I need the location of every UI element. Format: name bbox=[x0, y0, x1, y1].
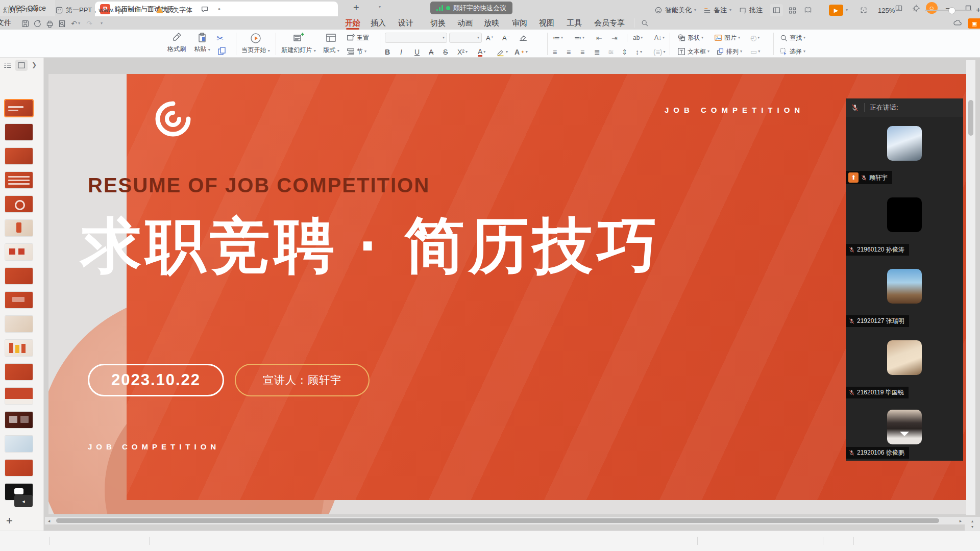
outline-view-icon[interactable] bbox=[3, 61, 12, 69]
scroll-corner[interactable]: ▴▾ bbox=[965, 517, 980, 531]
tab-transition[interactable]: 切换 bbox=[428, 17, 448, 29]
find-button[interactable]: 查找▾ bbox=[779, 33, 805, 43]
text-effects-button[interactable]: A✦▾ bbox=[514, 47, 528, 57]
participant-tile[interactable]: 21620119 毕国锐 bbox=[846, 331, 963, 403]
slide-thumbnail-15[interactable] bbox=[5, 436, 33, 452]
scroll-left-arrow-icon[interactable]: ◂ bbox=[45, 518, 53, 523]
tab-member[interactable]: 会员专享 bbox=[592, 17, 627, 29]
material-library-icon[interactable]: ◴▾ bbox=[750, 33, 760, 43]
tab-design[interactable]: 设计 bbox=[396, 17, 415, 29]
highlight-button[interactable]: ▾ bbox=[496, 47, 508, 57]
fit-screen-button[interactable] bbox=[860, 0, 868, 20]
horizontal-scrollbar[interactable]: ◂ ▸ bbox=[45, 517, 965, 524]
zoom-slider-knob[interactable] bbox=[948, 7, 955, 14]
tab-tools[interactable]: 工具 bbox=[565, 17, 584, 29]
collapse-flag[interactable]: ◂ bbox=[14, 495, 33, 507]
select-button[interactable]: 选择▾ bbox=[779, 46, 805, 57]
normal-view-button[interactable] bbox=[770, 4, 783, 16]
row-spacing-icon[interactable]: ⇕ bbox=[622, 47, 628, 57]
textbox-button[interactable]: 文本框▾ bbox=[677, 46, 709, 57]
paragraph-spacing-button[interactable]: (≡)▾ bbox=[653, 47, 666, 57]
increase-indent-icon[interactable]: ⇥ bbox=[611, 33, 618, 43]
participant-tile[interactable]: 21960120 孙俊涛 bbox=[846, 188, 963, 260]
increase-font-button[interactable]: A⁺ bbox=[486, 33, 494, 43]
print-icon[interactable] bbox=[44, 18, 55, 29]
bold-button[interactable]: B bbox=[385, 47, 390, 57]
slide-thumbnail-4[interactable] bbox=[5, 172, 33, 188]
slide-thumbnail-8[interactable] bbox=[5, 268, 33, 284]
bullet-list-button[interactable]: ≔▾ bbox=[553, 33, 563, 43]
participant-tile[interactable]: ⬆ 顾轩宇 bbox=[846, 117, 963, 189]
expand-panel-chevron-icon[interactable]: ❯ bbox=[32, 61, 37, 68]
font-size-select[interactable]: ▾ bbox=[449, 33, 482, 43]
italic-button[interactable]: I bbox=[400, 47, 402, 57]
align-right-icon[interactable]: ≡ bbox=[580, 47, 584, 57]
slideshow-tools-icon[interactable]: ▭▾ bbox=[750, 46, 760, 57]
justify-icon[interactable]: ≣ bbox=[594, 47, 600, 57]
zoom-level[interactable]: 125%▾ bbox=[878, 0, 899, 20]
slide-thumbnail-9[interactable] bbox=[5, 292, 33, 308]
char-spacing-button[interactable]: ab▾ bbox=[633, 33, 643, 43]
slide-thumbnail-11[interactable] bbox=[5, 340, 33, 356]
font-color-button[interactable]: A▾ bbox=[478, 47, 485, 57]
tab-slideshow[interactable]: 放映 bbox=[482, 17, 501, 29]
new-slide-button[interactable]: 新建幻灯片 ▾ bbox=[279, 32, 318, 55]
strikethrough-button[interactable]: A bbox=[429, 47, 433, 57]
section-button[interactable]: 节 ▾ bbox=[346, 46, 366, 57]
decrease-indent-icon[interactable]: ⇤ bbox=[596, 33, 602, 43]
picture-button[interactable]: 图片▾ bbox=[714, 33, 740, 43]
missing-font-warning[interactable]: 缺失字体 bbox=[156, 0, 192, 20]
layout-button[interactable]: 版式 ▾ bbox=[318, 32, 344, 55]
reading-view-button[interactable] bbox=[801, 4, 815, 16]
slide-thumbnail-14[interactable] bbox=[5, 412, 33, 428]
zoom-slider[interactable] bbox=[925, 10, 972, 11]
font-name-select[interactable]: ▾ bbox=[385, 33, 447, 43]
slide-canvas[interactable]: JOB COMPETITION RESUME OF JOB COMPETITIO… bbox=[48, 74, 975, 514]
slide-thumbnail-1[interactable] bbox=[5, 100, 33, 116]
slide-thumbnail-5[interactable] bbox=[5, 196, 33, 212]
search-icon[interactable] bbox=[639, 18, 650, 28]
slide-thumbnail-6[interactable] bbox=[5, 220, 33, 236]
slide-thumbnail-2[interactable] bbox=[5, 124, 33, 140]
slide-sorter-view-button[interactable] bbox=[786, 4, 799, 16]
clear-format-icon[interactable] bbox=[519, 33, 528, 42]
format-painter-button[interactable]: 格式刷 bbox=[163, 32, 190, 54]
tab-list-chevron-icon[interactable]: ▾ bbox=[379, 5, 381, 9]
meeting-banner[interactable]: 顾轩宇的快速会议 bbox=[430, 2, 512, 14]
add-slide-button[interactable]: + bbox=[6, 514, 13, 528]
numbered-list-button[interactable]: ≕▾ bbox=[574, 33, 584, 43]
zoom-in-button[interactable]: + bbox=[976, 0, 980, 20]
distribute-icon[interactable]: ≋ bbox=[608, 47, 614, 57]
vertical-scrollbar[interactable] bbox=[966, 60, 975, 515]
decrease-font-button[interactable]: A⁻ bbox=[502, 33, 510, 43]
notes-button[interactable]: 备注▾ bbox=[703, 0, 731, 20]
cut-icon[interactable]: ✂ bbox=[216, 33, 224, 44]
shapes-button[interactable]: 形状▾ bbox=[677, 33, 703, 43]
shadow-button[interactable]: S bbox=[443, 47, 448, 57]
slide-thumbnail-13[interactable] bbox=[5, 388, 33, 404]
comments-button[interactable]: 批注 bbox=[739, 0, 763, 20]
vertical-scrollbar-thumb[interactable] bbox=[968, 100, 973, 136]
text-direction-button[interactable]: A↓▾ bbox=[654, 33, 665, 43]
paste-button[interactable]: 粘贴 ▾ bbox=[190, 32, 214, 54]
slide-thumbnail-12[interactable] bbox=[5, 364, 33, 380]
tab-insert[interactable]: 插入 bbox=[369, 17, 388, 29]
play-from-page-button[interactable]: 当页开始 ▾ bbox=[239, 32, 273, 55]
align-left-icon[interactable]: ≡ bbox=[553, 47, 557, 57]
play-options-chevron-icon[interactable]: ▾ bbox=[846, 8, 848, 12]
tab-home[interactable]: 开始 bbox=[343, 17, 362, 29]
slide-thumbnail-7[interactable] bbox=[5, 244, 33, 260]
smart-beautify-button[interactable]: 智能美化▾ bbox=[654, 0, 696, 20]
slide-thumbnail-10[interactable] bbox=[5, 316, 33, 332]
participant-tile[interactable]: 21920127 张瑞明 bbox=[846, 260, 963, 332]
zoom-out-button[interactable]: − bbox=[913, 0, 917, 20]
arrange-button[interactable]: 排列▾ bbox=[716, 46, 742, 57]
superscript-button[interactable]: X²▾ bbox=[457, 47, 468, 57]
tab-chat-bubble-icon[interactable] bbox=[201, 5, 209, 13]
horizontal-scrollbar-thumb[interactable] bbox=[56, 518, 939, 523]
slide-thumbnail-3[interactable] bbox=[5, 148, 33, 164]
participant-tile[interactable]: 21920106 徐俊鹏 bbox=[846, 403, 963, 461]
line-spacing-button[interactable]: ↕▾ bbox=[635, 47, 642, 57]
copy-icon[interactable] bbox=[216, 46, 227, 56]
expand-more-arrow-icon[interactable] bbox=[900, 436, 909, 445]
